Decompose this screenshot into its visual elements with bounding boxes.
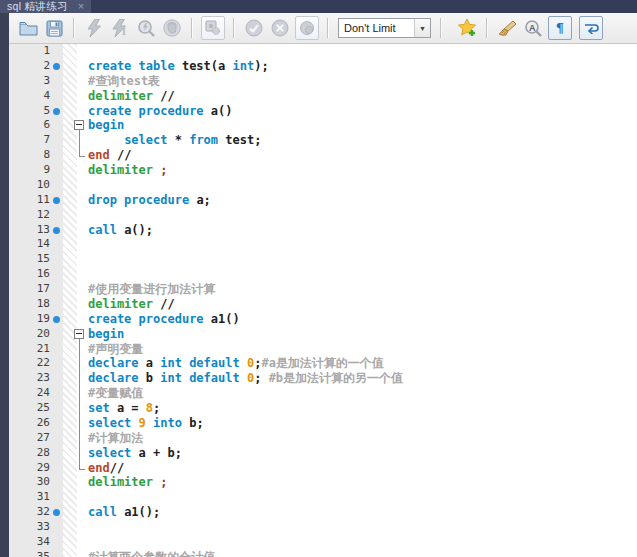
- code-line[interactable]: 9delimiter ;: [9, 163, 637, 178]
- beautify-sql-button[interactable]: [496, 17, 518, 39]
- commit-button[interactable]: [243, 17, 265, 39]
- code-line[interactable]: 6begin: [9, 118, 637, 133]
- code-text[interactable]: [77, 44, 637, 59]
- run-button[interactable]: [83, 17, 105, 39]
- line-number: 22: [9, 356, 63, 371]
- code-line[interactable]: 34: [9, 535, 637, 550]
- code-editor[interactable]: 12create table test(a int);3#查询test表4del…: [9, 44, 637, 557]
- code-line[interactable]: 14: [9, 237, 637, 252]
- code-text[interactable]: delimiter //: [77, 89, 637, 104]
- code-line[interactable]: 33: [9, 520, 637, 535]
- fold-toggle-icon[interactable]: [74, 329, 84, 339]
- code-line[interactable]: 17#使用变量进行加法计算: [9, 282, 637, 297]
- code-line[interactable]: 28select a + b;: [9, 446, 637, 461]
- code-line[interactable]: 21#声明变量: [9, 342, 637, 357]
- rollback-icon: [271, 19, 289, 37]
- tab-close-icon[interactable]: ×: [78, 1, 84, 12]
- word-wrap-button[interactable]: [579, 16, 603, 40]
- auto-commit-button[interactable]: [295, 16, 319, 40]
- tab-sql-practice[interactable]: sql 精讲练习 ×: [0, 0, 91, 13]
- code-text[interactable]: [77, 237, 637, 252]
- show-paragraph-button[interactable]: ¶: [548, 16, 572, 40]
- code-text[interactable]: [77, 535, 637, 550]
- code-text[interactable]: drop procedure a;: [77, 193, 637, 208]
- code-line[interactable]: 35#计算两个参数的合计值: [9, 550, 637, 557]
- code-text[interactable]: #查询test表: [77, 74, 637, 89]
- code-text[interactable]: [77, 178, 637, 193]
- limit-select[interactable]: Don't Limit ▼: [338, 18, 431, 38]
- code-text[interactable]: delimiter //: [77, 297, 637, 312]
- find-button[interactable]: A: [522, 17, 544, 39]
- code-line[interactable]: 4delimiter //: [9, 89, 637, 104]
- code-line[interactable]: 31: [9, 490, 637, 505]
- code-line[interactable]: 27#计算加法: [9, 431, 637, 446]
- code-text[interactable]: create procedure a(): [77, 104, 637, 119]
- code-line[interactable]: 32call a1();: [9, 505, 637, 520]
- code-text[interactable]: call a1();: [77, 505, 637, 520]
- code-text[interactable]: delimiter ;: [77, 163, 637, 178]
- code-text[interactable]: declare a int default 0;#a是加法计算的一个值: [77, 356, 637, 371]
- code-line[interactable]: 23declare b int default 0; #b是加法计算的另一个值: [9, 371, 637, 386]
- code-line[interactable]: 2create table test(a int);: [9, 59, 637, 74]
- code-text[interactable]: #使用变量进行加法计算: [77, 282, 637, 297]
- code-text[interactable]: select a + b;: [77, 446, 637, 461]
- code-text[interactable]: #计算两个参数的合计值: [77, 550, 637, 557]
- code-line[interactable]: 25set a = 8;: [9, 401, 637, 416]
- fold-margin: [63, 208, 77, 223]
- export-result-button[interactable]: [201, 16, 225, 40]
- chevron-down-icon[interactable]: ▼: [414, 19, 430, 37]
- code-line[interactable]: 3#查询test表: [9, 74, 637, 89]
- code-text[interactable]: #声明变量: [77, 342, 637, 357]
- rollback-button[interactable]: [269, 17, 291, 39]
- code-text[interactable]: [77, 520, 637, 535]
- open-button[interactable]: [17, 17, 39, 39]
- commit-icon: [245, 19, 263, 37]
- fold-toggle-icon[interactable]: [74, 120, 84, 130]
- run-current-button[interactable]: I: [109, 17, 131, 39]
- code-line[interactable]: 15: [9, 252, 637, 267]
- code-line[interactable]: 7 select * from test;: [9, 133, 637, 148]
- code-line[interactable]: 18delimiter //: [9, 297, 637, 312]
- code-line[interactable]: 30delimiter ;: [9, 475, 637, 490]
- code-line[interactable]: 12: [9, 208, 637, 223]
- code-line[interactable]: 5create procedure a(): [9, 104, 637, 119]
- code-line[interactable]: 26select 9 into b;: [9, 416, 637, 431]
- code-text[interactable]: begin: [77, 327, 637, 342]
- code-text[interactable]: begin: [77, 118, 637, 133]
- save-button[interactable]: [43, 17, 65, 39]
- code-text[interactable]: call a();: [77, 223, 637, 238]
- code-line[interactable]: 1: [9, 44, 637, 59]
- line-number: 30: [9, 475, 63, 490]
- stop-button[interactable]: [161, 17, 183, 39]
- code-text[interactable]: [77, 252, 637, 267]
- code-text[interactable]: declare b int default 0; #b是加法计算的另一个值: [77, 371, 637, 386]
- code-line[interactable]: 10: [9, 178, 637, 193]
- code-text[interactable]: [77, 490, 637, 505]
- code-line[interactable]: 11drop procedure a;: [9, 193, 637, 208]
- code-line[interactable]: 20begin: [9, 327, 637, 342]
- explain-button[interactable]: [135, 17, 157, 39]
- code-text[interactable]: create table test(a int);: [77, 59, 637, 74]
- token-cm: #查询test表: [88, 74, 160, 88]
- code-line[interactable]: 24#变量赋值: [9, 386, 637, 401]
- code-text[interactable]: select 9 into b;: [77, 416, 637, 431]
- add-snippet-button[interactable]: [456, 17, 478, 39]
- code-text[interactable]: select * from test;: [77, 133, 637, 148]
- code-text[interactable]: #计算加法: [77, 431, 637, 446]
- code-line[interactable]: 22declare a int default 0;#a是加法计算的一个值: [9, 356, 637, 371]
- code-text[interactable]: create procedure a1(): [77, 312, 637, 327]
- code-line[interactable]: 29end//: [9, 461, 637, 476]
- code-line[interactable]: 19create procedure a1(): [9, 312, 637, 327]
- code-line[interactable]: 16: [9, 267, 637, 282]
- fold-line: [79, 342, 80, 357]
- code-text[interactable]: end//: [77, 461, 637, 476]
- code-text[interactable]: delimiter ;: [77, 475, 637, 490]
- code-text[interactable]: #变量赋值: [77, 386, 637, 401]
- code-text[interactable]: [77, 267, 637, 282]
- code-text[interactable]: [77, 208, 637, 223]
- token-nm: 8: [146, 401, 153, 415]
- code-text[interactable]: set a = 8;: [77, 401, 637, 416]
- code-line[interactable]: 8end //: [9, 148, 637, 163]
- code-text[interactable]: end //: [77, 148, 637, 163]
- code-line[interactable]: 13call a();: [9, 223, 637, 238]
